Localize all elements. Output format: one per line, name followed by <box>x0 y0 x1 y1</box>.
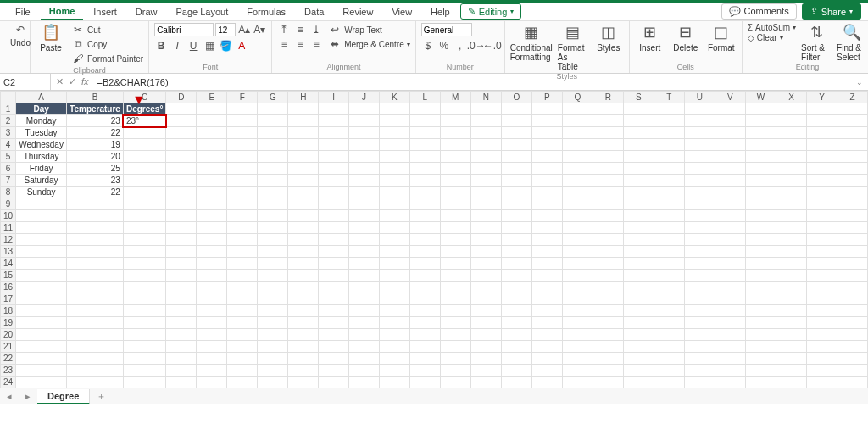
cell[interactable] <box>562 103 593 115</box>
cell[interactable] <box>288 139 319 151</box>
cell[interactable] <box>319 317 349 329</box>
column-header[interactable]: O <box>501 92 531 103</box>
cell[interactable]: Sunday <box>16 187 67 198</box>
cell[interactable] <box>379 103 409 115</box>
cell[interactable] <box>227 353 258 365</box>
cell[interactable]: Temperature <box>67 103 124 115</box>
cell[interactable] <box>501 377 531 388</box>
cell[interactable] <box>166 115 197 127</box>
cell[interactable] <box>837 329 867 341</box>
cell[interactable] <box>562 341 593 353</box>
cell[interactable] <box>409 127 440 139</box>
cell[interactable] <box>440 293 470 305</box>
row-header[interactable]: 9 <box>1 198 16 210</box>
cell[interactable] <box>123 293 165 305</box>
cell[interactable] <box>806 377 837 388</box>
cell[interactable] <box>593 293 623 305</box>
tab-page-layout[interactable]: Page Layout <box>167 4 236 20</box>
cell[interactable] <box>123 163 165 175</box>
cell[interactable] <box>654 198 684 210</box>
cell[interactable] <box>806 246 837 258</box>
cell[interactable] <box>349 151 380 163</box>
cell[interactable] <box>715 103 745 115</box>
cell[interactable] <box>409 293 440 305</box>
cell[interactable] <box>745 246 776 258</box>
cell[interactable] <box>654 210 684 222</box>
cell[interactable] <box>531 187 562 198</box>
cell[interactable] <box>379 293 409 305</box>
cell[interactable] <box>593 151 623 163</box>
cell[interactable] <box>745 115 776 127</box>
cell[interactable] <box>197 377 227 388</box>
cell[interactable] <box>776 234 807 246</box>
find-select-button[interactable]: 🔍Find & Select <box>837 23 867 62</box>
cell[interactable] <box>531 293 562 305</box>
cell[interactable] <box>197 258 227 270</box>
cell[interactable] <box>806 103 837 115</box>
cell-styles-button[interactable]: ◫Styles <box>593 23 624 53</box>
cell[interactable] <box>67 305 124 317</box>
column-header[interactable]: L <box>409 92 440 103</box>
cell[interactable] <box>715 234 745 246</box>
cell[interactable] <box>166 365 197 377</box>
cell[interactable] <box>258 341 288 353</box>
cell[interactable] <box>531 377 562 388</box>
cell[interactable] <box>227 115 258 127</box>
cell[interactable] <box>440 151 470 163</box>
increase-font-icon[interactable]: A▴ <box>237 23 251 36</box>
column-header[interactable]: M <box>440 92 470 103</box>
cell[interactable] <box>715 282 745 293</box>
cell[interactable] <box>684 115 715 127</box>
align-middle-icon[interactable]: ≡ <box>293 23 307 36</box>
cell[interactable] <box>288 258 319 270</box>
cell[interactable] <box>409 103 440 115</box>
cell[interactable] <box>470 115 501 127</box>
column-header[interactable]: B <box>67 92 124 103</box>
cell[interactable] <box>837 293 867 305</box>
align-left-icon[interactable]: ≡ <box>277 37 291 51</box>
cell[interactable] <box>379 210 409 222</box>
cell[interactable] <box>349 293 380 305</box>
cell[interactable] <box>288 377 319 388</box>
cell[interactable] <box>166 270 197 282</box>
cell[interactable] <box>776 317 807 329</box>
cell[interactable] <box>623 163 654 175</box>
tab-file[interactable]: File <box>7 4 39 20</box>
cell[interactable]: Day <box>16 103 67 115</box>
cell[interactable] <box>440 246 470 258</box>
cell[interactable] <box>440 234 470 246</box>
cell[interactable] <box>16 317 67 329</box>
cell[interactable] <box>806 353 837 365</box>
cell[interactable] <box>715 151 745 163</box>
column-header[interactable]: H <box>288 92 319 103</box>
cell[interactable] <box>379 365 409 377</box>
cell[interactable] <box>654 103 684 115</box>
cell[interactable] <box>654 115 684 127</box>
cell[interactable] <box>837 103 867 115</box>
cell[interactable] <box>349 282 380 293</box>
format-cells-button[interactable]: ◫Format <box>706 23 737 53</box>
cell[interactable] <box>470 234 501 246</box>
cell[interactable]: 23 <box>67 175 124 187</box>
cell[interactable] <box>531 365 562 377</box>
cell[interactable] <box>470 365 501 377</box>
cell[interactable] <box>623 293 654 305</box>
cell[interactable] <box>745 341 776 353</box>
cell[interactable] <box>531 198 562 210</box>
cell[interactable] <box>654 329 684 341</box>
cell[interactable] <box>227 270 258 282</box>
sort-filter-button[interactable]: ⇅Sort & Filter <box>801 23 832 62</box>
column-header[interactable]: V <box>715 92 745 103</box>
cell[interactable] <box>684 210 715 222</box>
cell[interactable] <box>684 329 715 341</box>
cell[interactable] <box>258 163 288 175</box>
cell[interactable] <box>349 329 380 341</box>
cell[interactable] <box>258 234 288 246</box>
cell[interactable] <box>123 151 165 163</box>
cell[interactable] <box>501 187 531 198</box>
cell[interactable] <box>288 341 319 353</box>
editing-mode-button[interactable]: ✎Editing▾ <box>460 3 522 20</box>
sheet-nav-next-icon[interactable]: ▸ <box>19 391 37 402</box>
font-name-input[interactable] <box>154 23 214 36</box>
cell[interactable] <box>440 198 470 210</box>
